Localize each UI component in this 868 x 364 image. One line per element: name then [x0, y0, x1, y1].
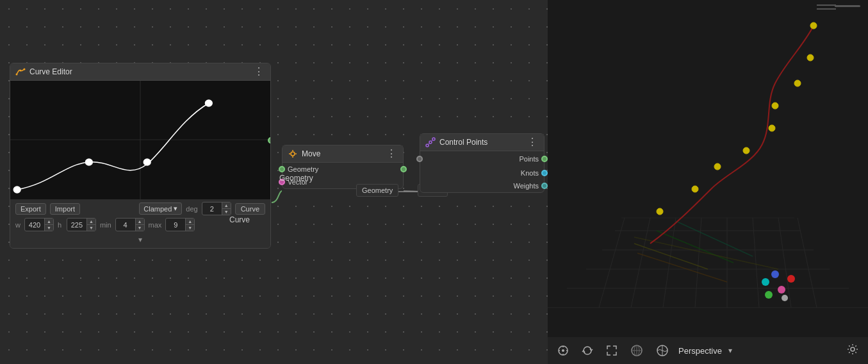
w-input[interactable]: 420 [25, 221, 44, 229]
geometry-bottom-label: Geometry [279, 174, 313, 183]
curve-canvas-output-socket[interactable] [268, 137, 270, 144]
navigate-button[interactable] [554, 343, 572, 358]
perspective-label: Perspective [678, 346, 722, 356]
chevron-down-icon: ▾ [174, 204, 177, 213]
svg-point-38 [772, 103, 778, 109]
controls-row-1: Export Import Clamped ▾ deg 2 ▲ ▼ Curve [15, 202, 265, 215]
svg-point-35 [810, 22, 817, 29]
deg-input[interactable]: 2 [202, 205, 222, 213]
sync-icon [581, 344, 594, 357]
move-node-icon [288, 149, 298, 159]
w-label: w [15, 221, 20, 229]
sync-button[interactable] [578, 343, 596, 358]
import-button[interactable]: Import [50, 203, 80, 215]
cp-points-output-socket[interactable] [541, 156, 548, 162]
svg-rect-14 [548, 0, 868, 337]
control-points-node: Control Points ⋮ Points Knots Weights [420, 133, 545, 193]
max-down-button[interactable]: ▼ [185, 225, 194, 231]
cp-knots-output-socket[interactable] [541, 170, 548, 176]
svg-point-42 [692, 186, 698, 192]
perspective-chevron-icon[interactable]: ▾ [728, 346, 732, 355]
curve-canvas[interactable] [10, 81, 270, 199]
export-button[interactable]: Export [15, 203, 46, 215]
svg-point-48 [765, 291, 773, 299]
move-node-menu-button[interactable]: ⋮ [385, 149, 398, 159]
svg-point-10 [291, 152, 295, 156]
control-points-header-left: Control Points [425, 137, 487, 147]
svg-point-45 [771, 270, 779, 278]
curve-editor-header: Curve Editor ⋮ [10, 63, 270, 81]
viewport-grip-line [835, 5, 860, 7]
h-spinner[interactable]: 225 ▲ ▼ [67, 218, 96, 231]
cp-knots-row: Knots [420, 167, 544, 179]
max-spinner[interactable]: 9 ▲ ▼ [165, 218, 195, 231]
move-node-header-left: Move [288, 149, 320, 159]
svg-point-3 [24, 69, 26, 70]
w-spin-buttons: ▲ ▼ [44, 219, 53, 231]
curve-editor-title: Curve Editor [29, 67, 72, 76]
svg-point-7 [86, 159, 93, 165]
curve-bottom-label: Curve [229, 215, 250, 224]
min-down-button[interactable]: ▼ [135, 225, 144, 231]
expand-chevron[interactable]: ▾ [138, 235, 142, 244]
w-down-button[interactable]: ▼ [44, 225, 53, 231]
deg-down-button[interactable]: ▼ [222, 209, 231, 215]
min-up-button[interactable]: ▲ [135, 219, 144, 225]
move-geometry-label: Geometry [288, 165, 398, 173]
max-input[interactable]: 9 [166, 221, 185, 229]
camera-icon [630, 343, 644, 358]
svg-point-41 [714, 163, 721, 170]
min-spinner[interactable]: 4 ▲ ▼ [115, 218, 145, 231]
deg-spin-buttons: ▲ ▼ [222, 203, 231, 215]
viewport-3d[interactable] [548, 0, 868, 337]
h-spin-buttons: ▲ ▼ [86, 219, 95, 231]
svg-point-39 [769, 125, 775, 131]
control-points-title: Control Points [439, 138, 487, 147]
curve-badge: Curve [235, 203, 265, 215]
clamped-label: Clamped [143, 205, 172, 213]
viewport: Perspective ▾ [548, 0, 868, 364]
cp-weights-label: Weights [425, 182, 539, 190]
navigate-icon [557, 344, 569, 357]
move-geometry-output-socket[interactable] [400, 166, 407, 172]
min-input[interactable]: 4 [116, 221, 135, 229]
cp-curve-row: Points [420, 151, 544, 167]
controls-row-2: w 420 ▲ ▼ h 225 ▲ ▼ min [15, 218, 265, 231]
curve-editor-menu-button[interactable]: ⋮ [252, 67, 265, 77]
viewport-spline-svg [548, 0, 868, 337]
w-spinner[interactable]: 420 ▲ ▼ [24, 218, 54, 231]
svg-point-37 [794, 80, 801, 87]
globe-icon [655, 343, 669, 358]
move-geometry-input-socket[interactable] [279, 166, 285, 172]
camera-sphere-button[interactable] [627, 342, 646, 359]
clamped-dropdown[interactable]: Clamped ▾ [139, 203, 182, 215]
control-points-icon [425, 137, 436, 147]
viewport-top-bar [835, 5, 860, 7]
deg-spinner[interactable]: 2 ▲ ▼ [202, 202, 231, 215]
h-input[interactable]: 225 [67, 221, 86, 229]
max-up-button[interactable]: ▲ [185, 219, 194, 225]
expand-row: ▾ [15, 234, 265, 245]
deg-up-button[interactable]: ▲ [222, 203, 231, 209]
fullscreen-icon [605, 344, 618, 357]
move-node-title: Move [302, 149, 320, 158]
settings-button[interactable] [844, 342, 862, 360]
svg-point-9 [206, 100, 213, 106]
svg-point-47 [778, 286, 785, 294]
globe-button[interactable] [653, 342, 672, 359]
h-up-button[interactable]: ▲ [86, 219, 95, 225]
max-label: max [149, 221, 162, 229]
curve-editor-header-left: Curve Editor [15, 67, 72, 77]
svg-point-36 [807, 54, 814, 61]
cp-curve-input-socket[interactable] [416, 156, 423, 162]
h-down-button[interactable]: ▼ [86, 225, 95, 231]
svg-point-12 [429, 141, 432, 144]
viewport-bottom-bar: Perspective ▾ [548, 337, 868, 364]
max-spin-buttons: ▲ ▼ [185, 219, 194, 231]
svg-point-8 [143, 159, 151, 165]
fullscreen-button[interactable] [603, 343, 621, 358]
cp-weights-output-socket[interactable] [541, 183, 548, 189]
svg-point-1 [16, 74, 18, 76]
w-up-button[interactable]: ▲ [44, 219, 53, 225]
control-points-menu-button[interactable]: ⋮ [526, 137, 539, 147]
